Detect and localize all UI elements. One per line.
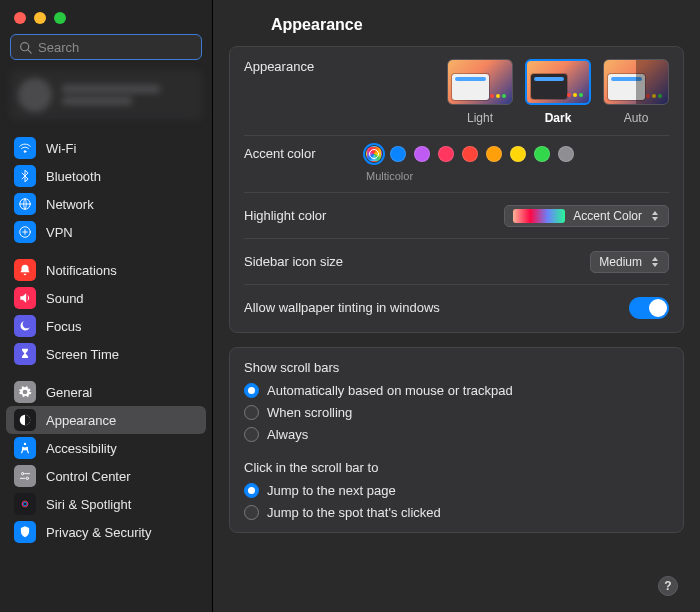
accent-swatch-purple[interactable]	[414, 146, 430, 162]
notifications-icon	[14, 259, 36, 281]
sidebar-item-label: Network	[46, 197, 94, 212]
radio-button[interactable]	[244, 505, 259, 520]
click-scrollbar-option-page[interactable]: Jump to the next page	[244, 483, 669, 498]
minimize-button[interactable]	[34, 12, 46, 24]
search-icon	[19, 41, 32, 54]
theme-label: Auto	[624, 111, 649, 125]
svg-point-6	[24, 443, 26, 445]
svg-line-1	[28, 49, 31, 52]
sidebar-item-network[interactable]: Network	[6, 190, 206, 218]
sidebar-item-label: General	[46, 385, 92, 400]
show-scrollbars-option-auto[interactable]: Automatically based on mouse or trackpad	[244, 383, 669, 398]
accent-swatch-pink[interactable]	[438, 146, 454, 162]
controlcenter-icon	[14, 465, 36, 487]
appearance-label: Appearance	[244, 59, 366, 74]
network-icon	[14, 193, 36, 215]
sidebar-item-notifications[interactable]: Notifications	[6, 256, 206, 284]
search-input[interactable]	[38, 40, 206, 55]
click-scrollbar-label: Click in the scroll bar to	[244, 460, 669, 475]
highlight-label: Highlight color	[244, 208, 366, 223]
svg-point-7	[22, 473, 24, 475]
sidebar-item-privacy[interactable]: Privacy & Security	[6, 518, 206, 546]
chevron-updown-icon	[648, 208, 662, 224]
zoom-button[interactable]	[54, 12, 66, 24]
sidebar-item-label: Screen Time	[46, 347, 119, 362]
highlight-value: Accent Color	[573, 209, 642, 223]
click-scrollbar-group: Jump to the next pageJump to the spot th…	[244, 483, 669, 520]
vpn-icon	[14, 221, 36, 243]
sidebar-item-sound[interactable]: Sound	[6, 284, 206, 312]
bluetooth-icon	[14, 165, 36, 187]
wallpaper-tint-label: Allow wallpaper tinting in windows	[244, 300, 629, 315]
radio-button[interactable]	[244, 483, 259, 498]
wallpaper-tint-toggle[interactable]	[629, 297, 669, 319]
search-field[interactable]	[10, 34, 202, 60]
sidebar-item-label: Accessibility	[46, 441, 117, 456]
radio-label: Jump to the next page	[267, 483, 396, 498]
sidebar-item-screentime[interactable]: Screen Time	[6, 340, 206, 368]
sidebar-item-label: Notifications	[46, 263, 117, 278]
sound-icon	[14, 287, 36, 309]
sidebar-item-label: Sound	[46, 291, 84, 306]
theme-thumbnail	[447, 59, 513, 105]
scrollbars-panel: Show scroll bars Automatically based on …	[229, 347, 684, 533]
accent-selected-name: Multicolor	[366, 170, 413, 182]
theme-option-auto[interactable]: Auto	[603, 59, 669, 125]
accent-swatches	[366, 146, 574, 162]
theme-thumbnail	[603, 59, 669, 105]
radio-button[interactable]	[244, 405, 259, 420]
sidebar-item-label: Privacy & Security	[46, 525, 151, 540]
radio-label: When scrolling	[267, 405, 352, 420]
apple-id-card[interactable]	[10, 70, 202, 120]
accent-swatch-multicolor[interactable]	[366, 146, 382, 162]
theme-option-light[interactable]: Light	[447, 59, 513, 125]
appearance-panel: Appearance LightDarkAuto Accent color Mu…	[229, 46, 684, 333]
sidebar-item-wifi[interactable]: Wi-Fi	[6, 134, 206, 162]
content-pane: Appearance Appearance LightDarkAuto Acce…	[213, 0, 700, 612]
sidebar-item-bluetooth[interactable]: Bluetooth	[6, 162, 206, 190]
sidebar-nav: Wi-FiBluetoothNetworkVPNNotificationsSou…	[0, 124, 212, 612]
sidebar-item-accessibility[interactable]: Accessibility	[6, 434, 206, 462]
show-scrollbars-group: Automatically based on mouse or trackpad…	[244, 383, 669, 442]
sidebar-item-label: VPN	[46, 225, 73, 240]
show-scrollbars-option-when[interactable]: When scrolling	[244, 405, 669, 420]
sidebar-item-label: Bluetooth	[46, 169, 101, 184]
sidebar-icon-size-dropdown[interactable]: Medium	[590, 251, 669, 273]
accent-swatch-orange[interactable]	[486, 146, 502, 162]
radio-button[interactable]	[244, 427, 259, 442]
highlight-swatch-icon	[513, 209, 565, 223]
show-scrollbars-option-always[interactable]: Always	[244, 427, 669, 442]
sidebar-item-siri[interactable]: Siri & Spotlight	[6, 490, 206, 518]
radio-label: Always	[267, 427, 308, 442]
click-scrollbar-option-spot[interactable]: Jump to the spot that's clicked	[244, 505, 669, 520]
accent-swatch-graphite[interactable]	[558, 146, 574, 162]
sidebar-item-appearance[interactable]: Appearance	[6, 406, 206, 434]
accent-swatch-red[interactable]	[462, 146, 478, 162]
radio-button[interactable]	[244, 383, 259, 398]
sidebar-item-general[interactable]: General	[6, 378, 206, 406]
theme-option-dark[interactable]: Dark	[525, 59, 591, 125]
sidebar-item-label: Control Center	[46, 469, 131, 484]
close-button[interactable]	[14, 12, 26, 24]
theme-label: Dark	[545, 111, 572, 125]
wifi-icon	[14, 137, 36, 159]
screentime-icon	[14, 343, 36, 365]
help-button[interactable]: ?	[658, 576, 678, 596]
sidebar-icon-size-value: Medium	[599, 255, 642, 269]
svg-point-9	[20, 499, 31, 510]
accessibility-icon	[14, 437, 36, 459]
sidebar-icon-size-label: Sidebar icon size	[244, 254, 366, 269]
sidebar-item-vpn[interactable]: VPN	[6, 218, 206, 246]
radio-label: Jump to the spot that's clicked	[267, 505, 441, 520]
theme-thumbnail	[525, 59, 591, 105]
accent-swatch-green[interactable]	[534, 146, 550, 162]
sidebar: Wi-FiBluetoothNetworkVPNNotificationsSou…	[0, 0, 213, 612]
sidebar-item-label: Wi-Fi	[46, 141, 76, 156]
svg-point-8	[26, 477, 28, 479]
sidebar-item-controlcenter[interactable]: Control Center	[6, 462, 206, 490]
sidebar-item-focus[interactable]: Focus	[6, 312, 206, 340]
accent-swatch-yellow[interactable]	[510, 146, 526, 162]
highlight-color-dropdown[interactable]: Accent Color	[504, 205, 669, 227]
svg-point-2	[24, 151, 26, 153]
accent-swatch-blue[interactable]	[390, 146, 406, 162]
